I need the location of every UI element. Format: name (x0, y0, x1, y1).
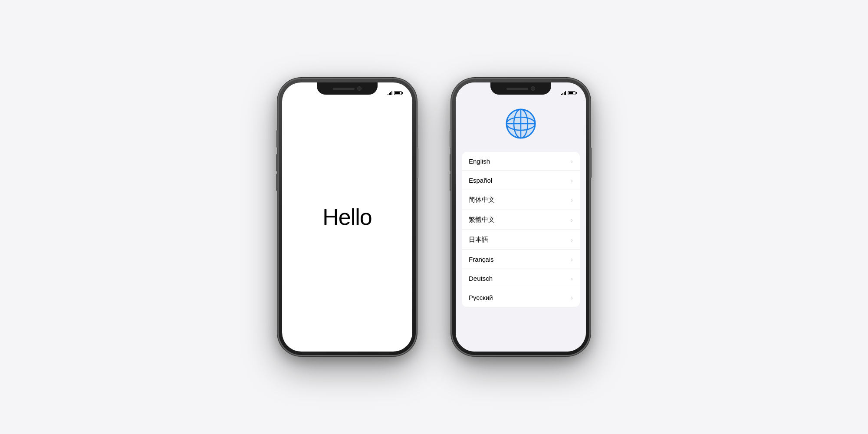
bar4 (391, 91, 392, 95)
lang-item-japanese[interactable]: 日本語› (462, 230, 580, 250)
rbar1 (561, 94, 562, 95)
lang-name-traditional-chinese: 繁體中文 (469, 216, 495, 224)
bar1 (388, 94, 388, 95)
speaker-left (333, 88, 355, 90)
lang-name-english: English (469, 158, 490, 165)
lang-name-russian: Русский (469, 294, 493, 301)
chevron-icon-simplified-chinese: › (571, 197, 573, 204)
lang-item-espanol[interactable]: Español› (462, 171, 580, 190)
language-screen: English›Español›简体中文›繁體中文›日本語›Français›D… (456, 82, 586, 352)
lang-item-german[interactable]: Deutsch› (462, 269, 580, 288)
lang-name-german: Deutsch (469, 275, 493, 282)
language-screen-content: English›Español›简体中文›繁體中文›日本語›Français›D… (456, 82, 586, 352)
rbar2 (562, 93, 563, 95)
language-phone: English›Español›简体中文›繁體中文›日本語›Français›D… (451, 78, 590, 356)
chevron-icon-german: › (571, 275, 573, 282)
globe-icon (506, 108, 536, 139)
lang-item-english[interactable]: English› (462, 152, 580, 171)
lang-name-espanol: Español (469, 177, 492, 184)
notch-left (317, 82, 378, 95)
bar2 (389, 93, 390, 95)
language-list: English›Español›简体中文›繁體中文›日本語›Français›D… (462, 152, 580, 307)
hello-phone: Hello (278, 78, 417, 356)
battery-fill-left (395, 92, 400, 94)
status-icons-right (561, 91, 575, 95)
chevron-icon-french: › (571, 256, 573, 263)
rbar4 (565, 91, 566, 95)
lang-name-japanese: 日本語 (469, 236, 488, 244)
chevron-icon-traditional-chinese: › (571, 217, 573, 224)
camera-left (357, 86, 362, 91)
battery-left (394, 91, 402, 95)
chevron-icon-english: › (571, 158, 573, 165)
chevron-icon-japanese: › (571, 237, 573, 243)
chevron-icon-espanol: › (571, 177, 573, 184)
status-icons-left (388, 91, 402, 95)
lang-name-simplified-chinese: 简体中文 (469, 196, 495, 204)
signal-bars-left (388, 91, 392, 95)
notch-right (490, 82, 551, 95)
lang-item-french[interactable]: Français› (462, 250, 580, 269)
battery-right (568, 91, 575, 95)
camera-right (531, 86, 535, 91)
lang-item-traditional-chinese[interactable]: 繁體中文› (462, 210, 580, 230)
hello-text: Hello (322, 204, 372, 230)
signal-bars-right (561, 91, 566, 95)
speaker-right (506, 88, 528, 90)
lang-item-russian[interactable]: Русский› (462, 288, 580, 307)
lang-item-simplified-chinese[interactable]: 简体中文› (462, 190, 580, 210)
phone-wrapper: Hello (278, 78, 590, 356)
hello-screen: Hello (282, 82, 412, 352)
chevron-icon-russian: › (571, 294, 573, 301)
rbar3 (564, 92, 565, 95)
battery-fill-right (569, 92, 573, 94)
lang-name-french: Français (469, 256, 494, 263)
bar3 (390, 92, 391, 95)
hello-screen-content: Hello (282, 82, 412, 352)
